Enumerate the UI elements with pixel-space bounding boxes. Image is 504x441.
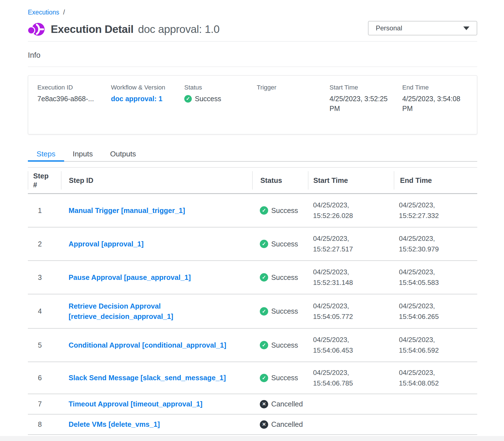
cancelled-x-icon xyxy=(260,400,268,408)
end-time-cell: 04/25/2023, 15:52:27.332 xyxy=(394,200,477,221)
step-number: 7 xyxy=(28,400,61,408)
start-time-value: 4/25/2023, 3:52:25 PM xyxy=(329,94,394,113)
steps-table-header: Step # Step ID Status Start Time End Tim… xyxy=(28,167,477,194)
scope-dropdown[interactable]: Personal xyxy=(368,21,477,35)
step-id-link[interactable]: Timeout Approval [timeout_approval_1] xyxy=(69,400,202,408)
success-check-icon xyxy=(184,95,192,103)
step-number: 8 xyxy=(28,420,61,428)
column-header-status: Status xyxy=(252,171,308,190)
column-header-step-id: Step ID xyxy=(61,171,252,190)
step-id-link[interactable]: Conditional Approval [conditional_approv… xyxy=(69,341,226,349)
info-field-end-time: End Time 4/25/2023, 3:54:08 PM xyxy=(402,84,477,134)
success-check-icon xyxy=(260,273,268,282)
steps-table: Step # Step ID Status Start Time End Tim… xyxy=(28,167,477,435)
breadcrumb: Executions / xyxy=(28,8,477,16)
cancelled-x-icon xyxy=(260,420,268,429)
header-divider xyxy=(28,41,477,42)
field-label: Workflow & Version xyxy=(111,84,184,91)
table-row: 8 Delete VMs [delete_vms_1] Cancelled xyxy=(28,415,477,435)
info-divider xyxy=(28,67,477,67)
start-time-cell: 04/25/2023, 15:54:06.453 xyxy=(308,335,394,356)
field-label: Execution ID xyxy=(37,84,111,91)
table-row: 4 Retrieve Decision Approval [retrieve_d… xyxy=(28,294,477,329)
column-header-end-time: End Time xyxy=(394,171,477,190)
end-time-value: 4/25/2023, 3:54:08 PM xyxy=(402,94,467,113)
end-time-cell: 04/25/2023, 15:54:06.592 xyxy=(394,335,477,356)
step-id-link[interactable]: Approval [approval_1] xyxy=(69,240,144,248)
end-time-cell: 04/25/2023, 15:54:06.265 xyxy=(394,301,477,322)
status-text: Success xyxy=(271,307,298,315)
info-field-status: Status Success xyxy=(184,84,257,134)
status-text: Cancelled xyxy=(271,420,303,428)
table-row: 1 Manual Trigger [manual_trigger_1] Succ… xyxy=(28,194,477,227)
end-time-cell: 04/25/2023, 15:54:08.052 xyxy=(394,367,477,389)
step-number: 5 xyxy=(28,341,61,349)
status-text: Success xyxy=(271,374,298,382)
success-check-icon xyxy=(260,307,268,316)
start-time-cell: 04/25/2023, 15:52:27.517 xyxy=(308,233,394,255)
info-field-execution-id: Execution ID 7e8ac396-a868-... xyxy=(37,84,111,134)
workflow-logo-icon xyxy=(28,21,45,38)
page-subtitle: doc approval: 1.0 xyxy=(138,23,219,35)
tab-outputs[interactable]: Outputs xyxy=(101,148,145,162)
status-text: Cancelled xyxy=(271,400,303,408)
start-time-cell: 04/25/2023, 15:54:06.785 xyxy=(308,367,394,389)
tab-steps[interactable]: Steps xyxy=(28,148,64,162)
field-label: Start Time xyxy=(329,84,402,91)
workflow-version-link[interactable]: doc approval: 1 xyxy=(111,94,176,104)
page-content: Executions / Execution Detail doc approv… xyxy=(28,0,477,435)
start-time-cell: 04/25/2023, 15:52:26.028 xyxy=(308,200,394,221)
table-row: 5 Conditional Approval [conditional_appr… xyxy=(28,329,477,362)
step-number: 1 xyxy=(28,207,61,215)
start-time-cell: 04/25/2023, 15:54:05.772 xyxy=(308,301,394,322)
info-field-workflow-version: Workflow & Version doc approval: 1 xyxy=(111,84,184,134)
chevron-down-icon xyxy=(463,26,469,30)
scope-dropdown-value: Personal xyxy=(376,24,402,32)
column-header-start-time: Start Time xyxy=(308,171,394,190)
step-number: 3 xyxy=(28,273,61,282)
table-row: 2 Approval [approval_1] Success 04/25/20… xyxy=(28,227,477,261)
end-time-cell: 04/25/2023, 15:54:05.583 xyxy=(394,267,477,288)
table-row: 7 Timeout Approval [timeout_approval_1] … xyxy=(28,394,477,415)
field-label: Trigger xyxy=(257,84,329,91)
page-bottom-band xyxy=(0,436,504,441)
breadcrumb-separator: / xyxy=(63,9,65,16)
step-id-link[interactable]: Delete VMs [delete_vms_1] xyxy=(69,420,160,428)
status-text: Success xyxy=(271,341,298,349)
table-row: 6 Slack Send Message [slack_send_message… xyxy=(28,362,477,394)
end-time-cell: 04/25/2023, 15:52:30.979 xyxy=(394,233,477,255)
status-value: Success xyxy=(195,94,221,104)
info-section-title: Info xyxy=(28,51,477,60)
success-check-icon xyxy=(260,374,268,382)
execution-id-value: 7e8ac396-a868-... xyxy=(37,94,102,104)
info-field-trigger: Trigger xyxy=(257,84,329,134)
tab-inputs[interactable]: Inputs xyxy=(64,148,101,162)
column-header-step-num: Step # xyxy=(28,171,61,190)
step-id-link[interactable]: Pause Approval [pause_approval_1] xyxy=(69,273,191,281)
success-check-icon xyxy=(260,341,268,349)
step-id-link[interactable]: Manual Trigger [manual_trigger_1] xyxy=(69,207,185,214)
status-text: Success xyxy=(271,273,298,282)
success-check-icon xyxy=(260,206,268,215)
field-label: End Time xyxy=(402,84,477,91)
table-row: 3 Pause Approval [pause_approval_1] Succ… xyxy=(28,261,477,294)
status-text: Success xyxy=(271,207,298,215)
step-number: 6 xyxy=(28,374,61,382)
info-field-start-time: Start Time 4/25/2023, 3:52:25 PM xyxy=(329,84,402,134)
page-title: Execution Detail xyxy=(51,23,134,35)
tab-bar: Steps Inputs Outputs xyxy=(28,148,477,162)
start-time-cell: 04/25/2023, 15:52:31.148 xyxy=(308,267,394,288)
step-number: 2 xyxy=(28,240,61,248)
status-text: Success xyxy=(271,240,298,248)
step-id-link[interactable]: Slack Send Message [slack_send_message_1… xyxy=(69,374,226,382)
success-check-icon xyxy=(260,240,268,248)
step-number: 4 xyxy=(28,307,61,315)
field-label: Status xyxy=(184,84,257,91)
info-card: Execution ID 7e8ac396-a868-... Workflow … xyxy=(28,75,477,134)
step-id-link[interactable]: Retrieve Decision Approval [retrieve_dec… xyxy=(69,302,173,320)
title-row: Execution Detail doc approval: 1.0 Perso… xyxy=(28,20,477,38)
breadcrumb-executions-link[interactable]: Executions xyxy=(28,9,59,16)
